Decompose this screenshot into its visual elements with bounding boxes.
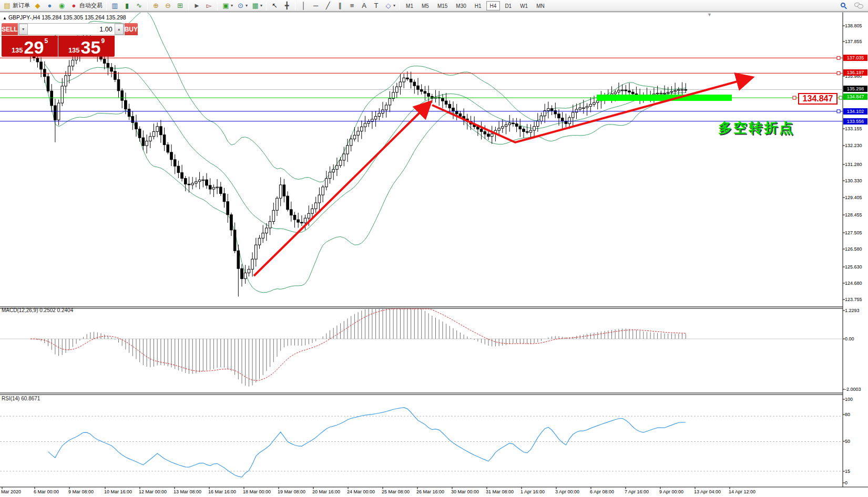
panel-collapse-icon[interactable]: ▲ xyxy=(3,16,7,20)
timeframe-m1[interactable]: M1 xyxy=(402,1,417,11)
time-axis-label: 19 Mar 08:00 xyxy=(278,489,305,494)
shapes-button[interactable]: ◇▾ xyxy=(382,1,397,11)
chart-shift-button[interactable]: ▻ xyxy=(203,1,215,11)
macd-axis-label: 0.00 xyxy=(845,336,854,341)
trendline-button[interactable]: ╱ xyxy=(322,1,334,11)
zoom-out-button[interactable]: ⊖ xyxy=(162,1,174,11)
price-axis-label: 128.455 xyxy=(845,212,862,218)
indicators-button[interactable]: ▦▾ xyxy=(249,1,264,11)
new-order-label: 新订单 xyxy=(13,2,30,9)
auto-scroll-icon: ► xyxy=(192,1,201,11)
time-axis-label: 1 Apr 16:00 xyxy=(520,489,545,494)
time-axis-label: 24 Mar 00:00 xyxy=(347,489,375,494)
cursor-button[interactable]: ↖ xyxy=(269,1,281,11)
time-axis-label: 6 Mar 00:00 xyxy=(34,489,59,494)
timeframe-h4[interactable]: H4 xyxy=(486,1,501,11)
timeframe-m15[interactable]: M15 xyxy=(434,1,451,11)
buy-price-button[interactable]: 135 35 9 xyxy=(58,36,115,57)
timeframe-mn[interactable]: MN xyxy=(533,1,548,11)
lot-decrease-button[interactable]: ▼ xyxy=(19,24,28,35)
toolbar-separator xyxy=(399,2,400,10)
shapes-icon: ◇ xyxy=(384,1,393,11)
sell-price-prefix: 135 xyxy=(12,46,23,54)
crosshair-button[interactable]: ╋ xyxy=(281,1,293,11)
bar-chart-button[interactable]: ▥ xyxy=(109,1,121,11)
scroll-marker-icon[interactable]: ▼ xyxy=(707,12,712,17)
new-order-button[interactable]: ▤新订单 xyxy=(1,1,32,11)
chat-icon[interactable] xyxy=(854,3,864,9)
price-axis-label: 137.855 xyxy=(845,39,862,44)
fibonacci-icon: ≡ xyxy=(348,1,356,11)
time-axis-label: 13 Mar 08:00 xyxy=(173,489,201,494)
buy-price-big: 35 xyxy=(81,38,101,56)
tile-windows-button[interactable]: ⊞ xyxy=(174,1,186,11)
sell-button[interactable]: SELL xyxy=(2,23,18,35)
chart-window: ▲GBPJPY-,H4 135.284 135.305 135.264 135.… xyxy=(0,12,868,497)
period-clock-icon: ⊙ xyxy=(236,1,245,11)
line-chart-button[interactable]: ∿ xyxy=(133,1,145,11)
channel-button[interactable]: ∥ xyxy=(334,1,346,11)
period-clock-button[interactable]: ⊙▾ xyxy=(234,1,249,11)
horizontal-line-button[interactable]: ─ xyxy=(310,1,322,11)
vertical-line-button[interactable]: │ xyxy=(298,1,310,11)
signals-button[interactable]: ◉ xyxy=(56,1,68,11)
price-level-callout[interactable]: 134.847 xyxy=(798,93,838,105)
sell-price-button[interactable]: 135 29 5 xyxy=(2,36,58,57)
text-button[interactable]: A xyxy=(358,1,370,11)
candlestick-chart-icon: ▮ xyxy=(122,1,131,11)
text-icon: A xyxy=(360,1,369,11)
zoom-in-button[interactable]: ⊕ xyxy=(150,1,162,11)
price-axis-flag: 135.298 xyxy=(843,86,867,92)
profile-button[interactable]: ● xyxy=(44,1,56,11)
fibonacci-button[interactable]: ≡ xyxy=(346,1,358,11)
chevron-down-icon[interactable]: ▾ xyxy=(246,3,248,8)
time-axis-label: 9 Apr 00:00 xyxy=(659,489,683,494)
chevron-down-icon[interactable]: ▾ xyxy=(393,3,395,8)
trendline-icon: ╱ xyxy=(323,1,332,11)
time-axis-label: 13 Apr 04:00 xyxy=(694,489,721,494)
autotrade-button[interactable]: ●自动交易 xyxy=(68,1,104,11)
time-axis-label: 26 Mar 16:00 xyxy=(416,489,444,494)
toolbar-separator xyxy=(106,2,107,10)
chart-canvas[interactable] xyxy=(0,12,868,497)
one-click-trade-panel: SELL ▼ ▲ BUY 135 29 5 135 35 9 xyxy=(2,23,115,57)
symbol-ohlc-text: GBPJPY-,H4 135.284 135.305 135.264 135.2… xyxy=(8,14,126,20)
timeframe-w1[interactable]: W1 xyxy=(516,1,532,11)
toolbar-separator xyxy=(188,2,189,10)
buy-button[interactable]: BUY xyxy=(125,23,138,35)
price-axis-label: 127.505 xyxy=(845,230,862,235)
indicators-icon: ▦ xyxy=(251,1,260,11)
chevron-down-icon[interactable]: ▾ xyxy=(231,3,233,8)
time-axis-label: 10 Mar 16:00 xyxy=(104,489,132,494)
timeframe-m30[interactable]: M30 xyxy=(452,1,469,11)
crosshair-icon: ╋ xyxy=(282,1,291,11)
zoom-in-icon: ⊕ xyxy=(151,1,160,11)
signals-icon: ◉ xyxy=(57,1,66,11)
turning-point-annotation: 多空转折点 xyxy=(718,119,794,137)
timeframe-d1[interactable]: D1 xyxy=(501,1,515,11)
rsi-axis-label: 50 xyxy=(845,439,850,444)
search-icon[interactable] xyxy=(841,3,847,9)
rsi-axis-label: 15 xyxy=(845,469,850,474)
toolbar-separator xyxy=(147,2,148,10)
time-axis-label: 7 Apr 16:00 xyxy=(625,489,649,494)
line-chart-icon: ∿ xyxy=(135,1,144,11)
main-toolbar: ▤新订单◆●◉●自动交易▥▮∿⊕⊖⊞►▻▣▾⊙▾▦▾↖╋│─╱∥≡AT◇▾M1M… xyxy=(0,0,868,12)
chevron-down-icon[interactable]: ▾ xyxy=(260,3,262,8)
candlestick-chart-button[interactable]: ▮ xyxy=(121,1,133,11)
price-axis-flag: 134.847 xyxy=(843,94,867,100)
time-axis-label: 18 Mar 00:00 xyxy=(243,489,271,494)
label-button[interactable]: T xyxy=(370,1,382,11)
lot-increase-button[interactable]: ▲ xyxy=(115,24,124,35)
buy-price-prefix: 135 xyxy=(68,46,80,54)
time-axis-label: 9 Mar 08:00 xyxy=(68,489,94,494)
time-axis-label: 14 Apr 12:00 xyxy=(729,489,755,494)
auto-scroll-button[interactable]: ► xyxy=(191,1,203,11)
lot-size-input[interactable] xyxy=(28,24,115,35)
timeframe-m5[interactable]: M5 xyxy=(418,1,433,11)
price-axis-label: 125.630 xyxy=(845,264,862,270)
time-axis-label: Mar 2020 xyxy=(1,489,21,494)
orders-button[interactable]: ◆ xyxy=(32,1,44,11)
timeframe-h1[interactable]: H1 xyxy=(471,1,485,11)
new-chart-button[interactable]: ▣▾ xyxy=(220,1,234,11)
